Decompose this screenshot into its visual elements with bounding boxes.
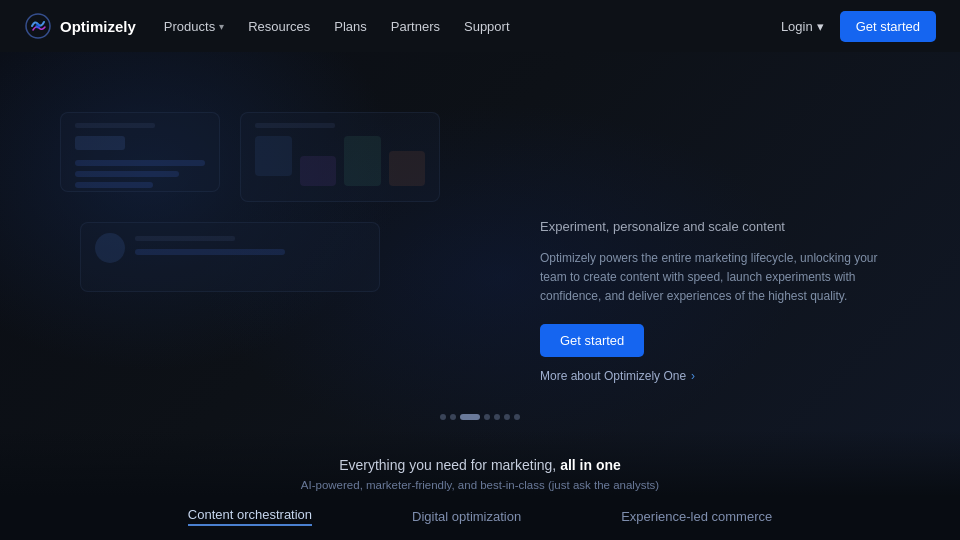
hero-cta-button[interactable]: Get started <box>540 324 644 357</box>
dash-label-3 <box>135 236 235 241</box>
category-digital-optimization[interactable]: Digital optimization <box>412 509 521 524</box>
hero-subtitle: Experiment, personalize and scale conten… <box>540 217 920 237</box>
bottom-categories: Content orchestration Digital optimizati… <box>188 507 772 526</box>
slider-dot-4[interactable] <box>484 414 490 420</box>
category-experience-commerce[interactable]: Experience-led commerce <box>621 509 772 524</box>
slider-dot-1[interactable] <box>440 414 446 420</box>
svg-point-1 <box>36 24 41 29</box>
dash-bar <box>135 249 285 255</box>
nav-partners[interactable]: Partners <box>391 19 440 34</box>
bottom-tagline: Everything you need for marketing, all i… <box>339 457 621 473</box>
slider-dot-3[interactable] <box>460 414 480 420</box>
hero-description: Optimizely powers the entire marketing l… <box>540 249 880 307</box>
chevron-down-icon: ▾ <box>817 19 824 34</box>
navbar-left: Optimizely Products ▾ Resources Plans Pa… <box>24 12 510 40</box>
dash-label-1 <box>75 123 155 128</box>
nav-products[interactable]: Products ▾ <box>164 19 224 34</box>
category-content-orchestration[interactable]: Content orchestration <box>188 507 312 526</box>
nav-resources[interactable]: Resources <box>248 19 310 34</box>
hero-more-link[interactable]: More about Optimizely One › <box>540 369 920 383</box>
get-started-nav-button[interactable]: Get started <box>840 11 936 42</box>
navbar: Optimizely Products ▾ Resources Plans Pa… <box>0 0 960 52</box>
slider-indicators <box>440 414 520 420</box>
dash-card-2 <box>240 112 440 202</box>
dash-card-3 <box>80 222 380 292</box>
logo-link[interactable]: Optimizely <box>24 12 136 40</box>
dash-label-2 <box>255 123 335 128</box>
bottom-subtitle: AI-powered, marketer-friendly, and best-… <box>301 479 659 491</box>
dash-bar <box>75 171 179 177</box>
navbar-right: Login ▾ Get started <box>781 11 936 42</box>
slider-dot-5[interactable] <box>494 414 500 420</box>
slider-dot-2[interactable] <box>450 414 456 420</box>
login-button[interactable]: Login ▾ <box>781 19 824 34</box>
nav-support[interactable]: Support <box>464 19 510 34</box>
slider-dot-7[interactable] <box>514 414 520 420</box>
logo-text: Optimizely <box>60 18 136 35</box>
main-content: Experiment, personalize and scale conten… <box>0 52 960 540</box>
nav-links: Products ▾ Resources Plans Partners Supp… <box>164 19 510 34</box>
hero-panel: Experiment, personalize and scale conten… <box>540 217 920 383</box>
dash-bar <box>75 182 153 188</box>
bottom-section: Everything you need for marketing, all i… <box>0 430 960 540</box>
slider-dot-6[interactable] <box>504 414 510 420</box>
dash-bar <box>75 160 205 166</box>
dashboard-visual <box>20 92 480 392</box>
chevron-down-icon: ▾ <box>219 21 224 32</box>
arrow-right-icon: › <box>691 369 695 383</box>
dash-number-1 <box>75 136 125 150</box>
nav-plans[interactable]: Plans <box>334 19 367 34</box>
optimizely-logo-icon <box>24 12 52 40</box>
dash-card-1 <box>60 112 220 192</box>
